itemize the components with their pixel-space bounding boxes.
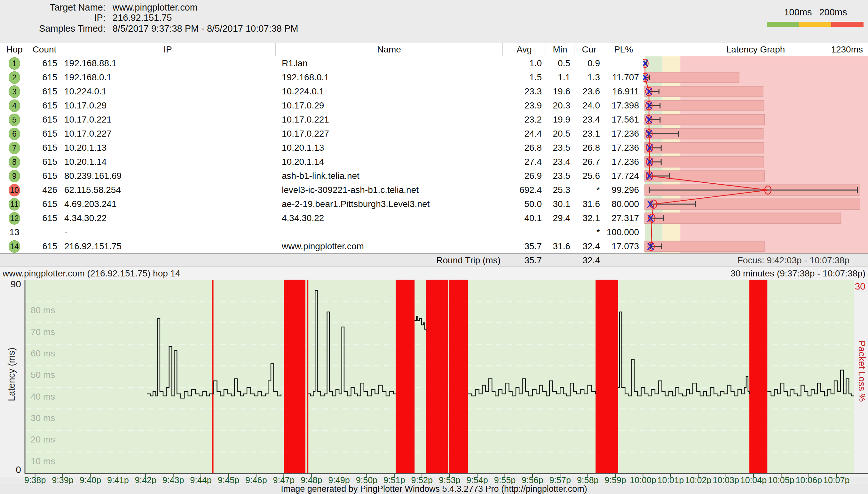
y-grid-label: 60 ms (31, 348, 55, 358)
cur-cell: 32.1 (574, 213, 604, 223)
packet-loss-bar (449, 280, 468, 474)
hop-row-4[interactable]: 461510.17.0.2910.17.0.2923.920.324.017.3… (0, 98, 868, 113)
count-cell: 426 (29, 185, 60, 195)
hop-badge: 2 (8, 71, 20, 84)
avg-cell: 40.1 (502, 213, 546, 223)
col-header-ip[interactable]: IP (60, 43, 275, 56)
count-cell: 615 (29, 199, 60, 209)
ip-cell: 10.224.0.1 (60, 87, 275, 97)
min-cell: 20.5 (546, 129, 574, 139)
cur-cell: 26.7 (574, 157, 604, 167)
y-grid-label: 30 ms (31, 413, 55, 423)
hop-badge: 12 (8, 212, 20, 225)
ip-cell: 62.115.58.254 (60, 185, 275, 195)
hop-row-14[interactable]: 14615216.92.151.75www.pingplotter.com35.… (0, 239, 868, 253)
ip-cell: 10.17.0.221 (60, 115, 275, 125)
hop-row-10[interactable]: 1042662.115.58.254level3-ic-309221-ash-b… (0, 183, 868, 197)
hop-cell: 3 (0, 84, 29, 98)
pl-cell: 17.398 (604, 100, 643, 111)
latency-scale-max: 1230ms (831, 43, 863, 56)
hop-row-8[interactable]: 861510.20.1.1410.20.1.1427.423.426.717.2… (0, 155, 868, 169)
hop-cell: 14 (0, 239, 29, 253)
hop-row-7[interactable]: 761510.20.1.1310.20.1.1326.823.526.817.2… (0, 141, 868, 155)
count-cell: 615 (29, 213, 60, 223)
hop-row-12[interactable]: 126154.34.30.224.34.30.2240.129.432.127.… (0, 211, 868, 225)
cur-cell: 0.9 (574, 58, 604, 69)
image-footer: Image generated by PingPlotter Windows 5… (0, 484, 868, 494)
ip-cell: 4.69.203.241 (60, 199, 275, 209)
count-cell: 615 (29, 100, 60, 111)
name-cell: ae-2-19.bear1.Pittsburgh3.Level3.net (275, 199, 502, 209)
ip-cell: 192.168.0.1 (60, 72, 275, 82)
hop-badge: 7 (8, 142, 20, 154)
hop-row-13[interactable]: 13-*100.000 (0, 225, 868, 239)
legend-200ms-label: 200ms (819, 7, 847, 18)
hop-cell: 13 (0, 225, 29, 239)
pl-cell: 100.000 (604, 227, 643, 238)
pl-cell: 17.236 (604, 157, 643, 167)
ip-cell: 4.34.30.22 (60, 213, 275, 223)
hop-badge: 10 (8, 184, 20, 196)
y-max-label: 90 (11, 280, 21, 289)
hop-row-2[interactable]: 2615192.168.0.1192.168.0.11.51.11.311.70… (0, 70, 868, 84)
avg-cell: 23.3 (502, 87, 546, 97)
count-cell: 615 (29, 171, 60, 181)
pl-cell: 27.317 (604, 213, 643, 223)
hop-row-6[interactable]: 661510.17.0.22710.17.0.22724.420.523.117… (0, 127, 868, 141)
timeline-plot-band: 10 ms20 ms30 ms40 ms50 ms60 ms70 ms80 ms… (0, 280, 868, 477)
cur-cell: 26.8 (574, 143, 604, 153)
min-cell: 19.6 (546, 87, 574, 97)
target-name-value: www.pingplotter.com (113, 2, 198, 13)
y-grid-label: 50 ms (31, 370, 55, 380)
ip-cell: 10.17.0.227 (60, 129, 275, 139)
legend-red-segment (831, 22, 864, 27)
min-cell: 0.5 (546, 58, 574, 69)
count-cell: 615 (29, 129, 60, 139)
pl-cell: 17.236 (604, 143, 643, 153)
hop-badge: 11 (8, 198, 20, 210)
hop-badge: 14 (8, 240, 20, 253)
focus-range-label: Focus: 9:42:03p - 10:07:38p (643, 255, 868, 266)
col-header-count[interactable]: Count (29, 43, 60, 56)
col-header-latency-graph[interactable]: Latency Graph 1230ms (643, 43, 868, 56)
pl-cell: 16.911 (604, 87, 643, 97)
ip-label: IP: (0, 13, 105, 23)
timeline-header: www.pingplotter.com (216.92.151.75) hop … (0, 267, 868, 280)
col-header-hop[interactable]: Hop (0, 43, 29, 56)
col-header-avg[interactable]: Avg (502, 43, 546, 56)
pl-cell: 11.707 (604, 72, 643, 82)
avg-cell: 35.7 (502, 241, 546, 251)
ip-cell: 216.92.151.75 (60, 241, 275, 251)
col-header-cur[interactable]: Cur (574, 43, 604, 56)
hop-cell: 5 (0, 113, 29, 127)
name-cell: www.pingplotter.com (275, 241, 502, 251)
col-header-min[interactable]: Min (546, 43, 574, 56)
latency-axis-label: Latency (ms) (6, 347, 17, 401)
col-header-name[interactable]: Name (275, 43, 502, 56)
round-trip-avg: 35.7 (502, 255, 546, 266)
ip-cell: 10.17.0.29 (60, 100, 275, 111)
hop-row-11[interactable]: 116154.69.203.241ae-2-19.bear1.Pittsburg… (0, 197, 868, 211)
ip-cell: 192.168.88.1 (60, 58, 275, 69)
hop-row-5[interactable]: 561510.17.0.22110.17.0.22123.219.923.417… (0, 113, 868, 127)
trace-table-header: Hop Count IP Name Avg Min Cur PL% Latenc… (0, 43, 868, 56)
hop-row-3[interactable]: 361510.224.0.110.224.0.123.319.623.616.9… (0, 84, 868, 98)
samples-timed-label: Samples Timed: (0, 23, 105, 34)
y-grid-label: 20 ms (31, 435, 55, 444)
hop-row-9[interactable]: 961580.239.161.69ash-b1-link.telia.net26… (0, 169, 868, 183)
ip-line: IP: 216.92.151.75 (0, 12, 172, 23)
hop-cell: 7 (0, 141, 29, 155)
hop-badge: 9 (8, 170, 20, 183)
hop-cell: 12 (0, 211, 29, 225)
col-header-pl[interactable]: PL% (604, 43, 643, 56)
name-cell: level3-ic-309221-ash-b1.c.telia.net (275, 185, 502, 195)
ip-cell: - (60, 227, 275, 238)
target-name-line: Target Name: www.pingplotter.com (0, 2, 198, 13)
name-cell: ash-b1-link.telia.net (275, 171, 502, 181)
min-cell: 29.4 (546, 213, 574, 223)
packet-loss-bar (396, 280, 414, 474)
min-cell: 23.5 (546, 171, 574, 181)
hop-badge: 1 (8, 57, 20, 70)
latency-timeline-chart[interactable]: 10 ms20 ms30 ms40 ms50 ms60 ms70 ms80 ms… (0, 280, 868, 477)
hop-row-1[interactable]: 1615192.168.88.1R1.lan1.00.50.9 (0, 56, 868, 70)
